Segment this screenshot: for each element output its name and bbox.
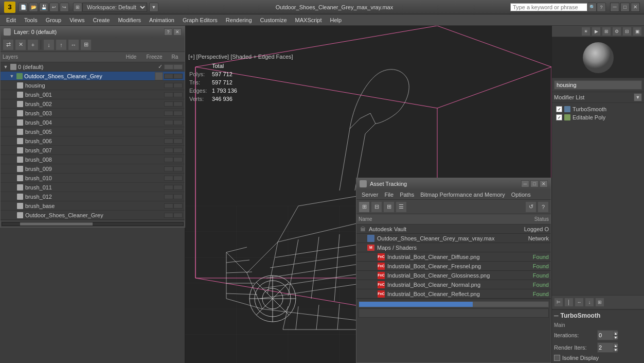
save-btn[interactable]: 💾 [39,3,48,12]
ts-render-iters-input[interactable] [599,344,613,351]
layer-row[interactable]: ▼ Outdoor_Shoes_Cleaner_Grey [1,72,185,81]
ts-collapse-btn[interactable]: ─ [554,312,559,319]
right-icon-6[interactable]: ▣ [633,27,642,36]
ts-render-iters-up[interactable]: ▲ [613,343,618,348]
viewport[interactable]: [+] [Perspective] [Shaded + Edged Faces]… [185,26,551,363]
workspace-dropdown-btn[interactable]: ▼ [149,3,158,12]
at-menu-bitmap[interactable]: Bitmap Performance and Memory [417,191,508,198]
layer-row[interactable]: ▼ 0 (default) ✓ [1,62,185,72]
layer-row[interactable]: brush_007 [1,146,185,155]
layer-tool-refresh[interactable]: ⇄ [3,39,14,50]
at-tool-2[interactable]: ⊟ [371,201,382,213]
modifier-turbosmooth[interactable]: ✓ TurboSmooth [554,105,642,113]
layer-tool-move-down[interactable]: ↓ [43,39,55,50]
minimize-btn[interactable]: ─ [610,3,619,12]
at-tool-1[interactable]: ⊞ [359,201,370,213]
menu-create[interactable]: Create [88,16,114,24]
new-btn[interactable]: 📄 [19,3,28,12]
layer-row[interactable]: brush_002 [1,99,185,109]
at-maximize-btn[interactable]: □ [530,180,539,187]
layer-tool-add[interactable]: + [27,39,39,50]
ts-iterations-input[interactable] [599,332,613,338]
mod-tool-grid[interactable]: ⊞ [595,298,604,307]
layer-scroll-track[interactable] [2,222,184,226]
menu-graph-editors[interactable]: Graph Editors [178,16,222,24]
layer-tool-move-up[interactable]: ↑ [56,39,67,50]
close-btn[interactable]: ✕ [631,3,640,12]
at-tool-4[interactable]: ☰ [396,201,407,213]
object-name-input[interactable] [554,80,642,90]
modifier-editable-poly[interactable]: ✓ Editable Poly [554,113,642,122]
right-icon-5[interactable]: ⊟ [622,27,632,36]
modifier-visibility-check-2[interactable]: ✓ [556,114,562,120]
layer-row[interactable]: brush_003 [1,109,185,118]
layer-help-btn[interactable]: ? [164,28,172,36]
menu-maxscript[interactable]: MAXScript [291,16,326,24]
at-row-maps-folder[interactable]: M Maps / Shaders [356,243,551,252]
layer-row[interactable]: brush_base [1,201,185,211]
layer-expand-btn[interactable]: ▼ [3,64,9,70]
menu-tools[interactable]: Tools [20,16,42,24]
layer-visibility-check[interactable]: ✓ [156,63,164,71]
menu-edit[interactable]: Edit [2,16,20,24]
menu-rendering[interactable]: Rendering [222,16,256,24]
right-icon-3[interactable]: ⊞ [602,27,611,36]
layer-row[interactable]: brush_008 [1,155,185,164]
mod-tool-rotate[interactable]: ↓ [585,298,594,307]
mod-tool-pin[interactable]: ⊢ [554,298,563,307]
menu-views[interactable]: Views [65,16,88,24]
layer-row[interactable]: housing [1,81,185,90]
ts-render-iters-spinner[interactable]: ▲ ▼ [597,342,618,353]
layer-scroll-thumb[interactable] [20,222,93,226]
layer-row[interactable]: brush_001 [1,90,185,99]
ts-iterations-down[interactable]: ▼ [613,335,618,339]
at-tool-help[interactable]: ? [538,201,549,213]
menu-modifiers[interactable]: Modifiers [114,16,145,24]
ts-isoline-checkbox[interactable] [554,355,560,361]
at-tool-3[interactable]: ⊞ [383,201,395,213]
maximize-btn[interactable]: □ [620,3,630,12]
layer-expand-btn[interactable]: ▼ [9,73,15,79]
layer-row[interactable]: brush_004 [1,118,185,127]
layer-tool-select[interactable]: ⊞ [80,39,92,50]
menu-group[interactable]: Group [42,16,66,24]
at-minimize-btn[interactable]: ─ [521,180,529,187]
modifier-visibility-check[interactable]: ✓ [556,106,562,112]
at-menu-server[interactable]: Server [359,191,381,198]
undo-btn[interactable]: ↩ [49,3,59,12]
layer-row[interactable]: Outdoor_Shoes_Cleaner_Grey [1,211,185,220]
open-btn[interactable]: 📂 [29,3,38,12]
layer-close-btn[interactable]: ✕ [173,28,182,36]
layer-row[interactable]: brush_012 [1,192,185,201]
at-menu-paths[interactable]: Paths [397,191,417,198]
right-icon-1[interactable]: ☀ [581,27,591,36]
workspace-dropdown[interactable]: Workspace: Default [82,3,147,12]
at-row-vault[interactable]: 🏛 Autodesk Vault Logged O [356,224,551,234]
at-menu-file[interactable]: File [381,191,397,198]
layer-tool-move-obj[interactable]: ↔ [68,39,79,50]
right-icon-2[interactable]: ▶ [592,27,601,36]
at-row-maxfile[interactable]: Outdoor_Shoes_Cleaner_Grey_max_vray.max … [356,234,551,243]
search-btn[interactable]: 🔍 [587,3,597,12]
ts-iterations-up[interactable]: ▲ [613,331,618,335]
menu-animation[interactable]: Animation [145,16,178,24]
mod-tool-move[interactable]: ↔ [575,298,584,307]
mod-tool-select[interactable]: │ [564,298,574,307]
at-row-fresnel[interactable]: FnC Industrial_Boot_Cleaner_Fresnel.png … [356,262,551,271]
menu-help[interactable]: Help [326,16,346,24]
right-icon-4[interactable]: ⚙ [612,27,621,36]
at-row-diffuse[interactable]: FnC Industrial_Boot_Cleaner_Diffuse.png … [356,252,551,262]
ts-render-iters-down[interactable]: ▼ [613,348,618,352]
at-tool-refresh[interactable]: ↺ [525,201,536,213]
help-btn[interactable]: ? [597,3,606,12]
search-input[interactable] [510,3,587,11]
modifier-dropdown-btn[interactable]: ▼ [634,93,642,101]
layer-row[interactable]: brush_011 [1,183,185,192]
at-row-glossiness[interactable]: FnC Industrial_Boot_Cleaner_Glossiness.p… [356,271,551,280]
redo-btn[interactable]: ↪ [60,3,69,12]
menu-customize[interactable]: Customize [256,16,291,24]
layer-row[interactable]: brush_005 [1,127,185,136]
at-row-reflect[interactable]: FnC Industrial_Boot_Cleaner_Reflect.png … [356,289,551,299]
ts-iterations-spinner[interactable]: ▲ ▼ [597,330,618,340]
layer-row[interactable]: brush_010 [1,174,185,183]
